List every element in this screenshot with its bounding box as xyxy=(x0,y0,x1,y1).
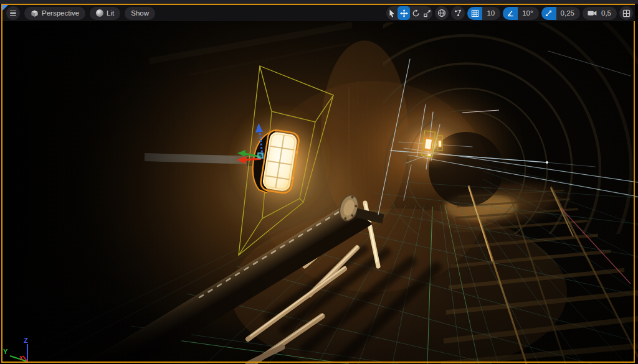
select-tool-icon xyxy=(388,9,396,17)
grid-snap-value[interactable]: 10 xyxy=(482,9,500,17)
perspective-button[interactable]: Perspective xyxy=(24,7,85,20)
rotation-snap-toggle[interactable] xyxy=(503,7,518,20)
transform-tools-group xyxy=(386,6,432,20)
rotation-snap-control[interactable]: 10° xyxy=(503,7,538,20)
viewport-focus-triangle xyxy=(2,5,8,11)
grid-snap-icon xyxy=(471,9,479,17)
viewport-layout-icon xyxy=(622,9,631,17)
rotate-tool-button[interactable] xyxy=(410,6,421,20)
lit-sphere-icon xyxy=(96,9,103,17)
viewport-toolbar: Perspective Lit Show xyxy=(2,5,635,21)
grid-snap-control[interactable]: 10 xyxy=(467,7,500,20)
rotate-tool-icon xyxy=(412,9,420,17)
lit-mode-button[interactable]: Lit xyxy=(90,7,120,20)
show-flags-button[interactable]: Show xyxy=(125,7,155,20)
surface-snap-icon xyxy=(454,9,462,17)
show-label: Show xyxy=(131,9,149,17)
scale-snap-icon xyxy=(545,9,553,17)
world-space-icon xyxy=(437,9,446,17)
axis-y-label: Y xyxy=(3,348,8,355)
window-top-strip xyxy=(0,0,638,4)
perspective-label: Perspective xyxy=(42,9,79,17)
rotation-snap-icon xyxy=(507,9,515,17)
scale-snap-control[interactable]: 0,25 xyxy=(541,7,580,20)
menu-icon xyxy=(10,11,16,16)
viewport-menu-button[interactable] xyxy=(6,6,20,20)
rotation-snap-value[interactable]: 10° xyxy=(518,9,538,17)
axis-z-label: Z xyxy=(24,337,28,344)
scale-snap-toggle[interactable] xyxy=(541,7,556,20)
viewport-scene[interactable]: Z Y x xyxy=(0,0,638,364)
camera-speed-value[interactable]: 0,5 xyxy=(597,9,617,17)
camera-speed-icon xyxy=(588,9,597,17)
scale-tool-icon xyxy=(423,9,431,17)
viewport-layout-button[interactable] xyxy=(619,6,633,20)
camera-speed-control[interactable]: 0,5 xyxy=(583,7,617,20)
perspective-cube-icon xyxy=(31,9,39,17)
surface-snap-button[interactable] xyxy=(451,6,465,20)
world-space-button[interactable] xyxy=(435,6,449,20)
grid-snap-toggle[interactable] xyxy=(467,7,482,20)
lit-label: Lit xyxy=(107,9,114,17)
select-tool-button[interactable] xyxy=(386,6,398,20)
move-tool-button[interactable] xyxy=(398,6,410,20)
axis-x-label: x xyxy=(19,354,23,361)
distant-lamps xyxy=(394,118,469,174)
scale-tool-button[interactable] xyxy=(421,6,432,20)
scale-snap-value[interactable]: 0,25 xyxy=(556,9,580,17)
move-tool-icon xyxy=(400,9,408,17)
